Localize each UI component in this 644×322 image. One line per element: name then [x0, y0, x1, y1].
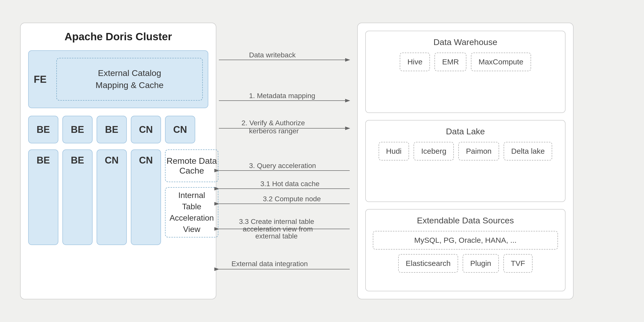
diagram-layout: Apache Doris Cluster FE External Catalog… — [20, 23, 624, 299]
lake-title: Data Lake — [373, 127, 558, 136]
elasticsearch-item: Elasticsearch — [398, 254, 458, 273]
label-internal-1: 3.3 Create internal table — [239, 218, 314, 225]
be-node-2: BE — [62, 116, 93, 143]
label-internal-3: external table — [255, 232, 298, 240]
label-query-accel: 3. Query acceleration — [249, 162, 316, 170]
fe-box: FE External CatalogMapping & Cache — [28, 50, 208, 108]
maxcompute-item: MaxCompute — [471, 53, 531, 71]
remote-cache-wrapper: BE BE CN CN Remote Data Cache Internal T… — [28, 149, 208, 245]
tvf-item: TVF — [503, 254, 533, 273]
warehouse-title: Data Warehouse — [373, 37, 558, 47]
connector-area: Data writeback 1. Metadata mapping 2. Ve… — [216, 23, 357, 299]
lake-items: Hudi Iceberg Paimon Delta lake — [373, 142, 558, 160]
data-lake-section: Data Lake Hudi Iceberg Paimon Delta lake — [365, 120, 566, 202]
emr-item: EMR — [434, 53, 466, 71]
sources-title: Extendable Data Sources — [373, 216, 558, 225]
be-cn-row: BE BE BE CN CN — [28, 116, 208, 143]
label-writeback: Data writeback — [249, 51, 296, 59]
tall-be-1: BE — [28, 149, 58, 245]
cn-node-2: CN — [165, 116, 195, 143]
tall-be-2: BE — [62, 149, 93, 245]
fe-label: FE — [34, 74, 51, 85]
data-warehouse-section: Data Warehouse Hive EMR MaxCompute — [365, 31, 566, 113]
paimon-item: Paimon — [458, 142, 499, 160]
hive-item: Hive — [400, 53, 430, 71]
plugin-item: Plugin — [463, 254, 499, 273]
internal-view-box: Internal TableAcceleration View — [165, 187, 218, 237]
cn-node-1: CN — [131, 116, 161, 143]
delta-item: Delta lake — [504, 142, 552, 160]
label-compute: 3.2 Compute node — [263, 195, 321, 203]
tall-nodes-left: BE BE CN CN — [28, 149, 161, 245]
catalog-box: External CatalogMapping & Cache — [56, 58, 203, 101]
label-hot-cache: 3.1 Hot data cache — [260, 180, 319, 188]
ext-sources-section: Extendable Data Sources MySQL, PG, Oracl… — [365, 209, 566, 291]
cache-and-view: Remote Data Cache Internal TableAccelera… — [165, 149, 218, 237]
remote-cache-text: Remote Data Cache — [166, 156, 218, 176]
be-node-3: BE — [97, 116, 127, 143]
arrows-svg: Data writeback 1. Metadata mapping 2. Ve… — [216, 23, 357, 299]
tall-cn-2: CN — [131, 149, 161, 245]
doris-title: Apache Doris Cluster — [28, 31, 208, 43]
doris-cluster-box: Apache Doris Cluster FE External Catalog… — [20, 23, 216, 299]
sources-row1-item: MySQL, PG, Oracle, HANA, ... — [373, 231, 558, 250]
right-panel: Data Warehouse Hive EMR MaxCompute Data … — [357, 23, 574, 299]
tall-cn-1: CN — [97, 149, 127, 245]
sources-row1: MySQL, PG, Oracle, HANA, ... — [373, 231, 558, 250]
label-verify-2: kerberos ranger — [249, 127, 299, 135]
sources-row2: Elasticsearch Plugin TVF — [373, 254, 558, 273]
be-node-1: BE — [28, 116, 58, 143]
label-verify-1: 2. Verify & Authorize — [242, 119, 305, 127]
label-ext-data: External data integration — [231, 260, 308, 268]
internal-view-text: Internal TableAcceleration View — [170, 190, 214, 235]
label-internal-2: acceleration view from — [243, 225, 313, 233]
catalog-text: External CatalogMapping & Cache — [96, 67, 164, 91]
hudi-item: Hudi — [379, 142, 409, 160]
warehouse-items: Hive EMR MaxCompute — [373, 53, 558, 71]
iceberg-item: Iceberg — [414, 142, 454, 160]
label-metadata: 1. Metadata mapping — [249, 92, 315, 100]
remote-cache-box: Remote Data Cache — [165, 149, 218, 182]
